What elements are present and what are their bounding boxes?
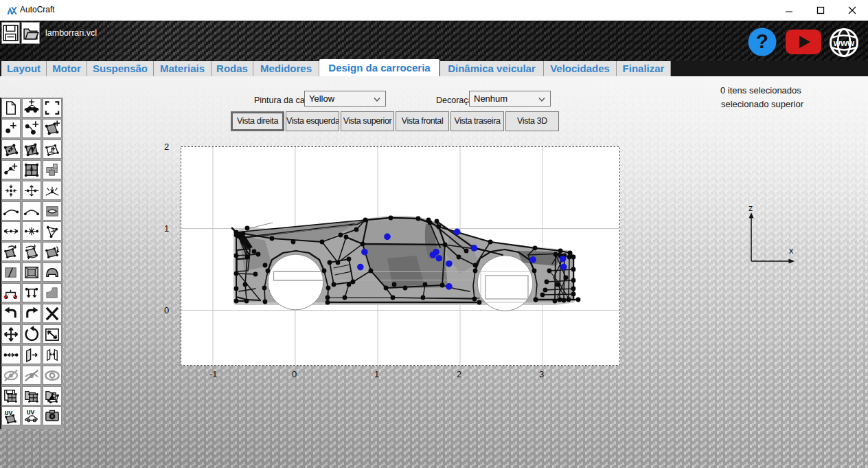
svg-text:?: ? bbox=[756, 30, 768, 52]
svg-text:UV: UV bbox=[27, 409, 35, 416]
svg-text:www: www bbox=[833, 38, 855, 48]
svg-text:x: x bbox=[789, 246, 794, 256]
svg-text:z: z bbox=[749, 203, 753, 213]
